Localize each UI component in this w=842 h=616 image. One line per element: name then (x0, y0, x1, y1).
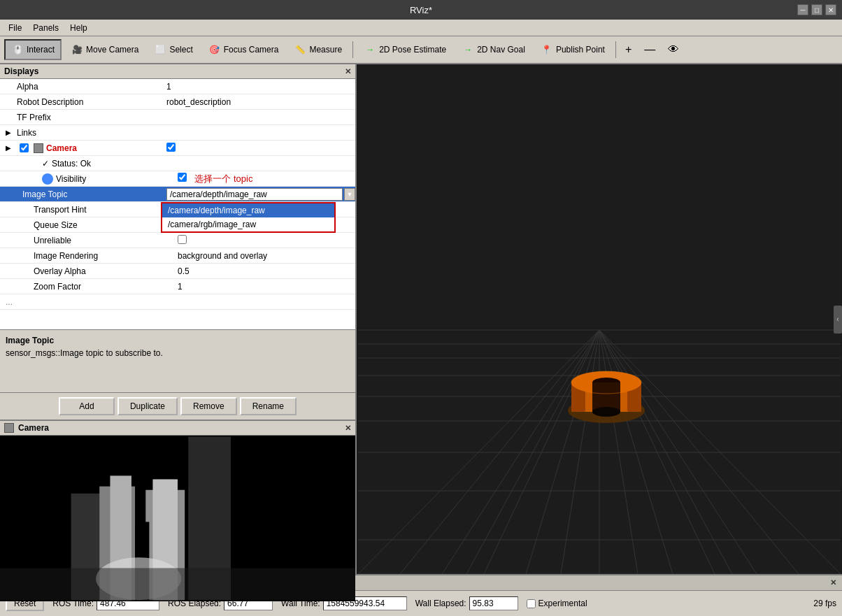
menu-file[interactable]: File (3, 22, 27, 34)
experimental-group: Experimental (527, 599, 587, 608)
displays-panel: Displays ✕ Alpha 1 Robot Description rob… (0, 64, 355, 421)
dropdown-arrow-btn[interactable]: ▼ (344, 188, 355, 201)
unreliable-checkbox[interactable] (178, 235, 187, 244)
tree-row-camera[interactable]: ▶ Camera (0, 141, 355, 156)
camera-panel-header: Camera ✕ (0, 421, 355, 436)
3d-scene-svg (357, 64, 842, 574)
tree-row-image-rendering[interactable]: Image Rendering background and overlay (0, 248, 355, 264)
left-panel: Displays ✕ Alpha 1 Robot Description rob… (0, 64, 357, 574)
minimize-btn[interactable]: ─ (797, 4, 808, 15)
camera-enabled-checkbox[interactable] (166, 143, 176, 152)
focus-camera-btn[interactable]: 🎯 Focus Camera (202, 39, 285, 60)
app-title: RViz* (410, 5, 432, 15)
camera-panel-icon (4, 423, 14, 433)
publish-point-btn[interactable]: 📍 Publish Point (534, 39, 611, 60)
topic-annotation: 选择一个 topic (194, 173, 252, 184)
viewport-resize-handle[interactable]: ‹ (834, 306, 842, 334)
camera-checkbox[interactable] (20, 143, 29, 152)
camera-view-panel: Camera ✕ (0, 421, 355, 601)
wall-elapsed-input[interactable] (469, 596, 518, 610)
wall-elapsed-group: Wall Elapsed: (415, 596, 518, 610)
nav-icon: → (462, 43, 474, 56)
svg-point-45 (592, 407, 620, 417)
displays-panel-header: Displays ✕ (0, 64, 355, 79)
close-btn[interactable]: ✕ (825, 4, 836, 15)
svg-rect-11 (0, 568, 355, 600)
main-layout: Displays ✕ Alpha 1 Robot Description rob… (0, 64, 842, 574)
tree-row-overlay-alpha[interactable]: Overlay Alpha 0.5 (0, 264, 355, 279)
tree-row-links[interactable]: ▶Links (0, 125, 355, 141)
window-controls: ─ □ ✕ (797, 4, 836, 15)
displays-close-btn[interactable]: ✕ (345, 67, 351, 76)
image-topic-value: /camera/depth/image_raw (166, 188, 343, 201)
select-btn[interactable]: ⬜ Select (148, 39, 199, 60)
time-bar-close-btn[interactable]: ✕ (830, 578, 836, 587)
measure-icon: 📏 (294, 43, 306, 56)
move-camera-btn[interactable]: 🎥 Move Camera (64, 39, 145, 60)
button-row: Add Duplicate Remove Rename (0, 392, 355, 420)
duplicate-btn[interactable]: Duplicate (117, 397, 178, 415)
info-title: Image Topic (6, 336, 350, 345)
visibility-checkbox[interactable] (178, 173, 187, 182)
camera-panel-close-btn[interactable]: ✕ (345, 424, 351, 433)
tree-row-tf-prefix[interactable]: TF Prefix (0, 110, 355, 125)
point-icon: 📍 (541, 43, 553, 56)
dropdown-item-rgb[interactable]: /camera/rgb/image_raw (162, 217, 334, 231)
menu-bar: File Panels Help (0, 20, 842, 36)
select-icon: ⬜ (154, 43, 166, 56)
displays-title: Displays (4, 66, 38, 76)
add-display-btn[interactable]: + (620, 39, 636, 60)
remove-btn[interactable]: Remove (180, 397, 237, 415)
camera-move-icon: 🎥 (71, 43, 83, 56)
fps-display: 29 fps (813, 599, 836, 608)
info-description: sensor_msgs::Image topic to subscribe to… (6, 348, 350, 358)
camera-panel-title: Camera (18, 423, 49, 433)
toggle-visibility-btn[interactable]: 👁 (663, 39, 684, 60)
menu-panels[interactable]: Panels (27, 22, 64, 34)
measure-btn[interactable]: 📏 Measure (287, 39, 348, 60)
toolbar: 🖱️ Interact 🎥 Move Camera ⬜ Select 🎯 Foc… (0, 36, 842, 64)
tree-row-visibility[interactable]: Visibility 选择一个 topic (0, 171, 355, 187)
experimental-checkbox[interactable] (527, 599, 536, 608)
depth-image-svg (0, 436, 355, 601)
tree-row-unreliable[interactable]: Unreliable (0, 233, 355, 248)
tree-row-image-topic[interactable]: Image Topic /camera/depth/image_raw ▼ (0, 187, 355, 202)
displays-tree: Alpha 1 Robot Description robot_descript… (0, 79, 355, 329)
camera-icon (34, 143, 43, 153)
toolbar-separator-1 (352, 41, 353, 58)
pose-icon: → (364, 43, 376, 56)
rename-btn[interactable]: Rename (240, 397, 297, 415)
cursor-icon: 🖱️ (11, 43, 24, 56)
dropdown-item-depth[interactable]: /camera/depth/image_raw (162, 203, 334, 217)
focus-icon: 🎯 (208, 43, 221, 56)
wall-elapsed-label: Wall Elapsed: (415, 599, 466, 608)
tree-row-empty-1: ... (0, 294, 355, 310)
image-topic-dropdown: /camera/depth/image_raw /camera/rgb/imag… (161, 202, 336, 233)
viewport-3d[interactable]: ‹ (357, 64, 842, 574)
maximize-btn[interactable]: □ (811, 4, 822, 15)
info-panel: Image Topic sensor_msgs::Image topic to … (0, 329, 355, 392)
remove-display-btn[interactable]: — (639, 39, 660, 60)
toolbar-separator-2 (615, 41, 616, 58)
camera-viewport (0, 436, 355, 601)
2d-pose-btn[interactable]: → 2D Pose Estimate (357, 39, 452, 60)
2d-nav-btn[interactable]: → 2D Nav Goal (455, 39, 531, 60)
tree-row-alpha[interactable]: Alpha 1 (0, 79, 355, 94)
add-btn[interactable]: Add (59, 397, 115, 415)
image-topic-container: Image Topic /camera/depth/image_raw ▼ /c… (0, 187, 355, 202)
visibility-icon (42, 173, 53, 185)
tree-row-status[interactable]: ✓ Status: Ok (0, 156, 355, 171)
experimental-label: Experimental (538, 599, 587, 608)
tree-row-zoom-factor[interactable]: Zoom Factor 1 (0, 279, 355, 294)
camera-label: Camera (34, 143, 77, 153)
title-bar: RViz* ─ □ ✕ (0, 0, 842, 20)
interact-btn[interactable]: 🖱️ Interact (4, 39, 62, 60)
tree-row-robot-desc[interactable]: Robot Description robot_description (0, 94, 355, 110)
menu-help[interactable]: Help (64, 22, 93, 34)
